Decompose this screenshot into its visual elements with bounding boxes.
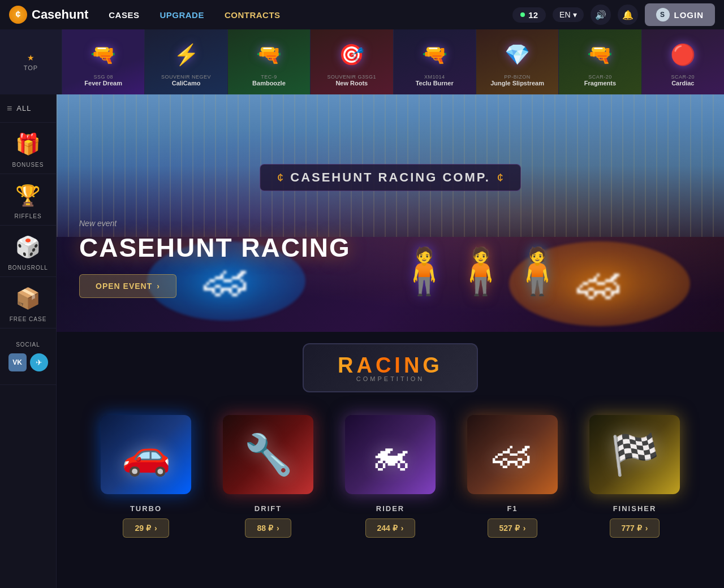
weapon-card-0[interactable]: 🔫 SSG 08 Fever Dream	[62, 29, 145, 94]
case-box-drift: 🔧	[223, 415, 313, 494]
racing-logo-text: RACING	[338, 353, 443, 378]
case-box-rider: 🏍	[345, 415, 436, 494]
case-price-finisher: 777 ₽	[622, 524, 642, 533]
star-icon: ★	[27, 53, 35, 62]
open-event-button[interactable]: OPEN EVENT ›	[79, 274, 176, 298]
weapon-card-5[interactable]: 💎 PP-Bizon Jungle Slipstream	[476, 29, 559, 94]
case-box-turbo: 🚗	[101, 415, 191, 494]
online-count: 12	[528, 10, 538, 20]
weapon-img-2: 🔫	[238, 38, 300, 72]
logo[interactable]: ¢ Casehunt	[9, 6, 88, 24]
hero-content: New event CASEHUNT RACING OPEN EVENT ›	[79, 219, 351, 298]
coin-icon: ¢	[277, 171, 283, 184]
weapon-label-5: PP-Bizon Jungle Slipstream	[490, 74, 544, 87]
case-price-rider: 244 ₽	[377, 524, 398, 533]
case-price-f1: 527 ₽	[499, 524, 520, 533]
all-label: ALL	[16, 104, 31, 113]
event-label: New event	[79, 219, 351, 228]
logo-text: Casehunt	[32, 7, 88, 22]
case-item-rider[interactable]: 🏍 RIDER 244 ₽ ›	[334, 409, 447, 538]
header: ¢ Casehunt CASES UPGRADE CONTRACTS 12 EN…	[0, 0, 724, 29]
case-price-button-finisher[interactable]: 777 ₽ ›	[610, 518, 660, 538]
weapon-label-1: Souvenir Negev CaliCamo	[161, 74, 211, 87]
weapon-label-3: Souvenir G3SG1 New Roots	[327, 74, 377, 87]
weapon-card-1[interactable]: ⚡ Souvenir Negev CaliCamo	[145, 29, 227, 94]
case-box-finisher: 🏁	[589, 415, 680, 494]
weapon-label-4: XM1014 Teclu Burner	[416, 74, 454, 87]
weapon-label-0: SSG 08 Fever Dream	[84, 74, 122, 87]
sound-button[interactable]: 🔊	[591, 5, 611, 25]
case-img-drift: 🔧	[214, 409, 322, 500]
weapon-card-3[interactable]: 🎯 Souvenir G3SG1 New Roots	[311, 29, 393, 94]
weapon-img-5: 💎	[486, 38, 549, 72]
weapon-img-7: 🔴	[652, 38, 714, 72]
sidebar-item-all[interactable]: ≡ ALL	[0, 94, 56, 123]
vk-button[interactable]: VK	[8, 353, 27, 371]
banner-title-text: CASEHUNT RACING COMP.	[290, 170, 490, 185]
case-name-f1: F1	[507, 504, 518, 513]
case-item-turbo[interactable]: 🚗 TURBO 29 ₽ ›	[89, 409, 202, 538]
notification-button[interactable]: 🔔	[618, 5, 638, 25]
weapon-strip: ★ TOP 🔫 SSG 08 Fever Dream ⚡ Souvenir Ne…	[0, 29, 724, 94]
nav-cases[interactable]: CASES	[100, 6, 148, 24]
weapon-img-3: 🎯	[321, 38, 383, 72]
case-item-finisher[interactable]: 🏁 FINISHER 777 ₽ ›	[578, 409, 691, 538]
case-item-f1[interactable]: 🏎 F1 527 ₽ ›	[456, 409, 569, 538]
login-label: LOGIN	[674, 10, 704, 20]
top-label: TOP	[24, 64, 38, 71]
weapon-label-6: SCAR-20 Fragments	[584, 74, 616, 87]
bonusroll-icon-area: 🎲	[8, 231, 48, 262]
weapon-cards-list: 🔫 SSG 08 Fever Dream ⚡ Souvenir Negev Ca…	[62, 29, 724, 94]
top-label-area: ★ TOP	[0, 29, 62, 94]
weapon-label-2: Tec-9 Bamboozle	[252, 74, 286, 87]
case-img-finisher: 🏁	[581, 409, 688, 500]
nav-contracts[interactable]: CONTRACTS	[216, 6, 290, 24]
banner-title-area: ¢ CASEHUNT RACING COMP. ¢	[260, 164, 521, 191]
chevron-right-icon-drift: ›	[277, 524, 279, 533]
case-price-button-rider[interactable]: 244 ₽ ›	[365, 518, 416, 538]
sidebar: ≡ ALL 🎁 BONUSES 🏆 RIFFLES 🎲 BONUSROLL 📦 …	[0, 94, 57, 588]
weapon-card-4[interactable]: 🔫 XM1014 Teclu Burner	[394, 29, 476, 94]
case-name-rider: RIDER	[376, 504, 404, 513]
case-item-drift[interactable]: 🔧 DRIFT 88 ₽ ›	[212, 409, 325, 538]
sidebar-item-free-case[interactable]: 📦 FREE CASE	[0, 277, 56, 328]
online-badge: 12	[512, 7, 546, 23]
racing-logo-box: RACING COMPETITION	[303, 343, 478, 392]
free-case-label: FREE CASE	[10, 316, 47, 322]
chevron-right-icon-rider: ›	[401, 524, 404, 533]
sidebar-item-riffles[interactable]: 🏆 RIFFLES	[0, 174, 56, 226]
main-nav: CASES UPGRADE CONTRACTS	[100, 6, 289, 24]
case-price-button-drift[interactable]: 88 ₽ ›	[245, 518, 291, 538]
chevron-down-icon: ▾	[573, 10, 577, 19]
chevron-right-icon-finisher: ›	[645, 524, 648, 533]
sidebar-item-bonusroll[interactable]: 🎲 BONUSROLL	[0, 226, 56, 277]
racing-comp-banner: ¢ CASEHUNT RACING COMP. ¢	[260, 164, 521, 191]
bell-icon: 🔔	[622, 10, 634, 20]
weapon-img-1: ⚡	[155, 38, 217, 72]
sound-icon: 🔊	[595, 10, 606, 20]
case-name-drift: DRIFT	[255, 504, 282, 513]
weapon-card-7[interactable]: 🔴 SCAR-20 Cardiac	[642, 29, 724, 94]
telegram-button[interactable]: ✈	[30, 353, 48, 371]
hero-title: CASEHUNT RACING	[79, 232, 351, 263]
chevron-right-icon-f1: ›	[523, 524, 526, 533]
login-button[interactable]: S LOGIN	[645, 3, 716, 26]
sidebar-item-bonuses[interactable]: 🎁 BONUSES	[0, 123, 56, 174]
chevron-right-icon-turbo: ›	[154, 524, 157, 533]
case-name-finisher: FINISHER	[613, 504, 657, 513]
riffles-label: RIFFLES	[14, 213, 41, 219]
case-img-turbo: 🚗	[92, 409, 200, 500]
coin-icon-2: ¢	[497, 171, 503, 184]
bonuses-icon-area: 🎁	[8, 128, 48, 159]
case-price-button-turbo[interactable]: 29 ₽ ›	[123, 518, 169, 538]
lang-selector[interactable]: EN ▾	[553, 7, 583, 22]
case-price-button-f1[interactable]: 527 ₽ ›	[488, 518, 538, 538]
online-dot	[520, 12, 525, 17]
nav-upgrade[interactable]: UPGRADE	[150, 6, 213, 24]
main-content: ¢ CASEHUNT RACING COMP. ¢ 🏎 🏎 🧍 🧍 🧍 Ne	[57, 94, 724, 588]
case-price-drift: 88 ₽	[257, 524, 273, 533]
sidebar-item-social: SOCIAL VK ✈	[0, 328, 56, 385]
bonusroll-label: BONUSROLL	[8, 265, 48, 271]
weapon-card-2[interactable]: 🔫 Tec-9 Bamboozle	[228, 29, 311, 94]
weapon-card-6[interactable]: 🔫 SCAR-20 Fragments	[559, 29, 641, 94]
